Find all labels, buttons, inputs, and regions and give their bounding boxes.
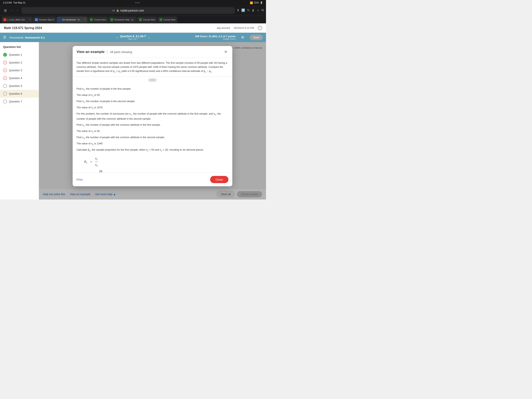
modal-title: View an example — [76, 50, 105, 54]
sidebar: Question list ✓ Question 1 ✗ Question 2 … — [0, 42, 39, 200]
tab-label-1: L.Louie_Math 119-9... — [7, 19, 27, 21]
solution-content: Find n1, the number of people in the fir… — [73, 83, 232, 173]
help-icon[interactable]: ? — [258, 26, 262, 30]
formula-fraction-1: x1 n1 — [95, 156, 98, 168]
app-header: ☰ Homework: Homework 9.1 ‹ Question 6, 9… — [0, 33, 266, 42]
math-formula: p̂1 = x1 n1 = 28 55 — [84, 156, 228, 173]
sidebar-item-q4[interactable]: ✗ Question 4 — [0, 74, 39, 82]
modal-footer: Print Close — [73, 173, 232, 186]
download-icon[interactable]: ⬇ — [252, 8, 254, 13]
page-header-right: aby leonard 05/20/24 5:14 PM ? — [217, 26, 262, 30]
sidebar-item-q3[interactable]: ✗ Question 3 — [0, 66, 39, 74]
tab-7[interactable]: Course Hero — [158, 17, 177, 23]
problem-statement: Two different simple random samples are … — [73, 58, 232, 77]
modal-separator: | — [107, 50, 108, 54]
address-bar[interactable]: AA 🔒 mylab.pearson.com — [21, 7, 235, 14]
main-layout: Question list ✓ Question 1 ✗ Question 2 … — [0, 42, 266, 200]
tab-favicon-4 — [90, 18, 93, 21]
hw-score-display: HW Score: 31.46%, 2.2 of 7 points Points… — [195, 35, 236, 40]
step2-find-n2: Find n2, the number of people in the sec… — [76, 99, 228, 104]
formula-row-2: = 28 55 Substitute. — [95, 169, 228, 173]
sidebar-item-q7[interactable]: Question 7 — [0, 98, 39, 105]
homework-label: Homework: Homework 9.1 — [9, 36, 45, 39]
modal-header: View an example | All parts showing ✕ — [73, 46, 232, 58]
formula-numerator-2: 28 — [99, 169, 102, 173]
tabs-icon[interactable]: ⧉ — [261, 8, 264, 13]
divider: • • • — [73, 77, 232, 83]
question-nav: ‹ Question 6, 9.1.26-T Part 1 of 7 › — [117, 35, 149, 40]
q4-label: Question 4 — [9, 77, 22, 80]
tab-1[interactable]: L.Louie_Math 119-9... ✕ — [1, 17, 33, 23]
page-header: Math 119-571 Spring 2024 aby leonard 05/… — [0, 23, 266, 33]
tab-favicon-6 — [139, 18, 142, 21]
tab-label-2: Pearson Sign In — [39, 19, 54, 21]
tab-2[interactable]: Pearson Sign In — [33, 17, 56, 23]
example-modal: View an example | All parts showing ✕ Tw… — [73, 46, 232, 186]
tab-favicon-3 — [58, 18, 61, 21]
forward-button[interactable]: › — [15, 8, 19, 13]
prev-question-btn[interactable]: ‹ — [117, 35, 118, 39]
browser-dots: ••• — [135, 1, 140, 4]
step5-value: The value of x2 is 1349. — [76, 141, 228, 146]
print-link[interactable]: Print — [76, 178, 82, 181]
step1-value: The value of n1 is 55. — [76, 93, 228, 98]
hw-score-label: HW Score: 31.46%, 2.2 of 7 points — [195, 35, 236, 38]
q3-status-icon: ✗ — [3, 68, 7, 72]
settings-gear-icon[interactable]: ⚙ — [241, 35, 244, 39]
back-button[interactable]: ‹ — [10, 8, 14, 13]
q1-status-icon: ✓ — [3, 53, 7, 57]
formula-denominator-1: n1 — [95, 162, 98, 168]
close-button[interactable]: Close — [210, 176, 228, 183]
tab-close-1[interactable]: ✕ — [29, 18, 31, 21]
reload-icon[interactable]: ↻ — [247, 8, 250, 13]
share-icon[interactable]: ⬆️ — [241, 8, 245, 13]
tab-4[interactable]: Course Hero — [88, 17, 108, 23]
formula-symbol: p̂1 — [84, 159, 87, 165]
day: Tue May 21 — [13, 1, 25, 4]
tab-5[interactable]: Homework Help - Q... — [108, 17, 137, 23]
save-button[interactable]: Save — [250, 35, 263, 40]
q2-label: Question 2 — [9, 61, 22, 64]
q7-status-icon — [3, 100, 7, 103]
step4-find-x1: Find x1, the number of people with the c… — [76, 122, 228, 128]
tab-3[interactable]: Do Homework - Ho... ✕ — [57, 17, 88, 23]
q6-label: Question 6 — [9, 92, 22, 95]
status-bar: 2:13 AM Tue May 21 ••• 📶 51% 🔋 — [0, 0, 266, 6]
user-name: aby leonard — [217, 26, 230, 29]
font-size-label: AA — [112, 9, 115, 12]
content-area: The attribute. The second sample consist… — [39, 42, 266, 200]
formula-fraction-2: 28 55 — [99, 169, 102, 173]
q5-status-icon — [3, 84, 7, 88]
step6-calc: Calculate p̂1, the sample proportion for… — [76, 148, 228, 153]
sidebar-item-q5[interactable]: Question 5 — [0, 82, 39, 90]
question-info: Question 6, 9.1.26-T Part 1 of 7 — [120, 35, 146, 40]
sidebar-item-q1[interactable]: ✓ Question 1 — [0, 51, 39, 59]
add-tab-icon[interactable]: ＋ — [256, 8, 260, 13]
q6-status-icon — [3, 92, 7, 96]
problem-text: Two different simple random samples are … — [76, 61, 228, 73]
formula-numerator-1: x1 — [95, 156, 98, 162]
sidebar-toggle-btn[interactable]: ⊞ — [2, 8, 8, 13]
tab-favicon-2 — [35, 18, 38, 21]
tab-label-6: Course Hero — [143, 19, 155, 21]
browser-toolbar: ⊞ ‹ › AA 🔒 mylab.pearson.com ⬆ ⬆️ ↻ ⬇ ＋ … — [0, 6, 266, 16]
sidebar-item-q6[interactable]: Question 6 — [0, 90, 39, 98]
question-part: Part 1 of 7 — [120, 38, 146, 40]
q1-label: Question 1 — [9, 53, 22, 56]
modal-close-button[interactable]: ✕ — [223, 49, 228, 55]
step3-desc: For this problem, the number of successe… — [76, 111, 228, 121]
q4-status-icon: ✗ — [3, 76, 7, 80]
next-question-btn[interactable]: › — [148, 35, 149, 39]
sidebar-item-q2[interactable]: ✗ Question 2 — [0, 59, 39, 66]
tab-favicon-5 — [110, 18, 113, 21]
hamburger-menu[interactable]: ☰ — [3, 35, 6, 39]
formula-row-1: p̂1 = x1 n1 — [84, 156, 228, 168]
step5-find-x2: Find x2, the number of people with the c… — [76, 135, 228, 140]
lock-icon: 🔒 — [116, 9, 119, 12]
modal-overlay: View an example | All parts showing ✕ Tw… — [39, 42, 266, 200]
upload-icon[interactable]: ⬆ — [237, 8, 239, 13]
divider-pill: • • • — [148, 78, 157, 82]
q3-label: Question 3 — [9, 69, 22, 72]
tab-6[interactable]: Course Hero — [137, 17, 157, 23]
tab-close-3[interactable]: ✕ — [84, 18, 86, 21]
